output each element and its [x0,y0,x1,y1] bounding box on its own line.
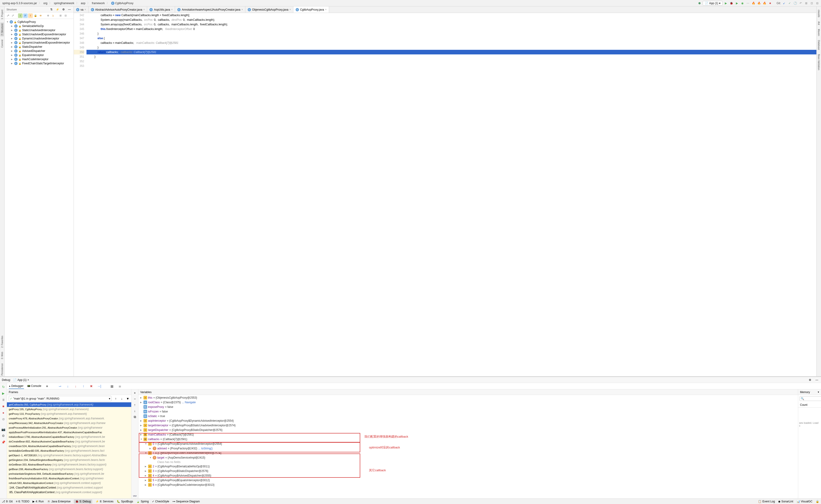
close-icon[interactable]: × [325,8,327,11]
stripe-favorites[interactable]: 2: Favorites [0,335,4,349]
stripe-database[interactable]: Database [817,39,821,51]
tree-item[interactable]: ▶C🔒StaticDispatcher [5,45,74,49]
bc-aop[interactable]: aop [80,1,86,5]
show-fields-icon[interactable]: f [28,13,33,18]
watch-up-icon[interactable]: ↑ [132,402,137,407]
frame-row[interactable]: doGetBean:333, AbstractBeanFactory (org.… [7,462,131,467]
var-row[interactable]: ▶f advised = {ProxyFactory@2432} ... toS… [138,446,798,451]
var-row[interactable]: ▼≡ 0 = {CglibAopProxy$DynamicAdvisedInte… [138,442,798,446]
sb-visualgc[interactable]: 📊 VisualGC [797,500,812,503]
tree-root[interactable]: ▼ C 🔒 CglibAopProxy [5,20,74,24]
frame-row[interactable]: createBean:524, AbstractAutowireCapableB… [7,444,131,448]
camera-icon[interactable]: 📷 [1,427,6,432]
tree-item[interactable]: ▶C🔒StaticUnadvisedInterceptor [5,28,74,32]
run-config-select[interactable]: 📄 App (1) ▾ [703,1,723,6]
git-commit-icon[interactable]: ✓ [787,1,792,6]
coverage-icon[interactable]: ▶ [735,1,739,6]
glasses-icon[interactable]: 👓 [132,493,137,498]
run-to-cursor-icon[interactable]: →| [97,384,102,389]
sb-lock-icon[interactable]: 🔒 [816,500,819,503]
close-icon[interactable]: × [85,8,86,11]
show-inherited-icon[interactable]: 👁 [38,13,43,18]
var-row[interactable]: ▶p rootClass = {Class@2375} ... Navigate [138,400,798,405]
sb-checkstyle[interactable]: ✓ CheckStyle [152,500,169,503]
search-icon[interactable]: ⊡ [809,1,814,6]
var-row[interactable]: ▼≡ 1 = {CglibAopProxy$StaticUnadvisedInt… [138,451,798,455]
frame-row[interactable]: :85, ClassPathXmlApplicationContext (org… [7,490,131,495]
editor-tab[interactable]: CAopUtils.java× [147,6,175,13]
var-row[interactable]: ▶≡ 5 = {CglibAopProxy$EqualsInterceptor@… [138,478,798,483]
tree-item[interactable]: ▶C🔒EqualsInterceptor [5,53,74,57]
editor-tab[interactable]: CCglibAopProxy.java× [293,6,329,13]
watch-down-icon[interactable]: ↓ [132,408,137,413]
copy-watch-icon[interactable]: ⧉ [132,414,137,419]
remove-watch-icon[interactable]: − [132,396,137,401]
profiler2-icon[interactable]: 🔥 [757,1,761,6]
close-icon[interactable]: × [171,8,173,11]
frame-row[interactable]: getProxy:110, ProxyFactory (org.springfr… [7,412,131,416]
frame-row[interactable]: refresh:583, AbstractApplicationContext … [7,481,131,485]
var-row[interactable]: Class has no fields [138,460,798,464]
tree-item[interactable]: ▶C🔒DynamicUnadvisedInterceptor [5,36,74,41]
stripe-ant[interactable]: Ant [817,21,821,26]
bc-class[interactable]: CCglibAopProxy [110,1,134,5]
attach-icon[interactable]: ⋯ [746,1,750,6]
tree-item[interactable]: ▶C🔒HashCodeInterceptor [5,57,74,61]
stripe-structure[interactable]: 7: Structure [0,23,4,36]
debug-session[interactable]: 📄 App (1) × [13,378,29,382]
sb-javaee[interactable]: ☕ Java Enterprise [47,500,71,503]
frame-row[interactable]: getProxy:195, CglibAopProxy (org.springf… [7,407,131,412]
debug-hide-icon[interactable]: — [815,378,819,382]
thread-selector[interactable]: ✓ "main"@1 in group "main": RUNNING ▾ [9,396,111,401]
editor-tab[interactable]: Cva× [74,6,89,13]
rerun-icon[interactable]: ↻ [1,384,6,389]
stripe-beanval[interactable]: Bean Validation [817,53,821,71]
tree-item[interactable]: ▶C🔒StaticUnadvisedExposedInterceptor [5,32,74,36]
sb-git[interactable]: ⎇ 9: Git [2,500,13,503]
bc-org[interactable]: org [42,1,48,5]
show-anon-icon[interactable]: ⊕ [46,13,50,18]
step-over-icon[interactable]: ⤻ [57,384,62,389]
tab-console[interactable]: 📟 Console [27,383,42,389]
frame-row[interactable]: getSingleton:234, DefaultSingletonBeanRe… [7,458,131,462]
breakpoints-icon[interactable]: ● [1,410,6,415]
sb-run[interactable]: ▶ 4: Run [33,500,44,503]
var-row[interactable]: 01 isFrozen = false [138,409,798,414]
var-row[interactable]: ▶≡ 4 = {CglibAopProxy$AdvisedDispatcher@… [138,473,798,478]
sb-sonarlint[interactable]: ◉ SonarLint [778,500,793,503]
stripe-persistence[interactable]: Persistence [0,362,4,376]
sb-debug[interactable]: 🐞 5: Debug [74,499,92,504]
stop-icon[interactable]: ■ [768,1,772,6]
profile-icon[interactable]: ◉ [740,1,745,6]
close-icon[interactable]: × [289,8,291,11]
tree-item[interactable]: ▶C🔒FixedChainStaticTargetInterceptor [5,61,74,65]
collapse-all-icon[interactable]: ⊟ [63,13,68,18]
show-lambda-icon[interactable]: λ [51,13,55,18]
frame-row[interactable]: getBean:208, AbstractBeanFactory (org.sp… [7,467,131,471]
stripe-maven[interactable]: Maven [817,28,821,37]
var-row[interactable]: ▶≡ this = {ObjenesisCglibAopProxy@2553} [138,395,798,400]
tree-item[interactable]: ▶C🔒SerializableNoOp [5,24,74,28]
filter-icon[interactable]: ⚡ [55,7,60,12]
var-row[interactable]: ▶≡ targetDispatcher = {CglibAopProxy$Sta… [138,428,798,432]
var-row[interactable]: ▶≡ 6 = {CglibAopProxy$HashCodeIntercepto… [138,483,798,487]
settings-icon[interactable]: ⊟ [815,1,820,6]
frame-row[interactable]: doCreateBean:602, AbstractAutowireCapabl… [7,439,131,444]
git-rollback-icon[interactable]: ↶ [798,1,803,6]
sb-spotbugs[interactable]: 🐛 SpotBugs [117,500,133,503]
debug-icon[interactable]: 🐞 [729,1,734,6]
git-update-icon[interactable]: ↙ [782,1,786,6]
frame-row[interactable]: preInstantiateSingletons:944, DefaultLis… [7,471,131,476]
var-row[interactable]: ▶≡ aopInterceptor = {CglibAopProxy$Dynam… [138,418,798,423]
show-properties-icon[interactable]: P [23,13,28,18]
code-editor[interactable]: 342343344345346347348349350351352353 cal… [74,13,816,376]
mute-bp-icon[interactable]: ⊘ [1,417,6,422]
drop-frame-icon[interactable]: ✖ [89,384,94,389]
var-row[interactable]: ▶≡ 3 = {CglibAopProxy$StaticDispatcher@2… [138,469,798,473]
git-history-icon[interactable]: 🕐 [793,1,797,6]
var-row[interactable]: 01 exposeProxy = false [138,405,798,409]
sb-services[interactable]: ⚡ 8: Services [95,500,113,503]
uml-icon[interactable]: ⊞ [804,1,809,6]
pin-icon[interactable]: 📌 [1,440,6,445]
stripe-project[interactable]: 1: Project [0,9,4,20]
